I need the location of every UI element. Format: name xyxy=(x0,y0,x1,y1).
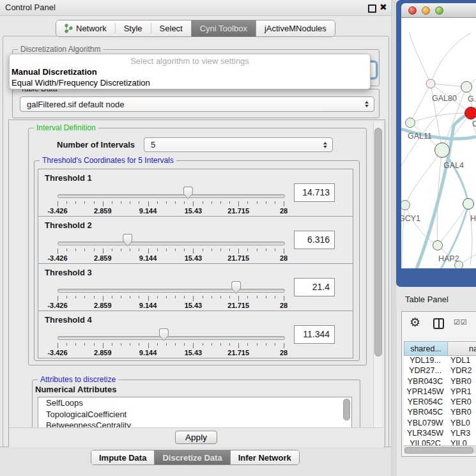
network-node-H[interactable] xyxy=(463,199,474,210)
close-icon[interactable]: ✖ xyxy=(380,2,387,12)
table-row[interactable]: YBR045CYBR0 xyxy=(404,408,476,418)
network-node-HAP2[interactable] xyxy=(433,241,443,250)
network-node-GCY1[interactable] xyxy=(401,201,410,210)
table-cell[interactable]: YBR045C xyxy=(404,408,447,417)
algorithm-dropdown-popup: Select algorithm to view settings Manual… xyxy=(9,54,371,89)
network-edge xyxy=(431,33,470,84)
table-cell[interactable]: YPR145W xyxy=(404,387,447,396)
threshold-value-field[interactable]: 14.713 xyxy=(294,183,335,202)
network-window-titlebar[interactable] xyxy=(401,3,476,18)
table-cell[interactable]: YLR345W xyxy=(404,429,447,438)
table-data-select[interactable]: galFiltered.sif default node xyxy=(20,96,374,112)
slider-tick xyxy=(220,296,221,298)
threshold-value-field[interactable]: 11.344 xyxy=(294,325,335,344)
tab-impute-data[interactable]: Impute Data xyxy=(91,450,154,464)
table-cell[interactable]: YBL079W xyxy=(404,418,447,427)
slider-tick xyxy=(266,296,266,298)
table-cell[interactable]: YBR0 xyxy=(450,408,472,417)
network-node-C[interactable] xyxy=(465,107,476,119)
network-edge xyxy=(410,84,431,123)
column-header-shared[interactable]: shared... xyxy=(404,341,448,356)
tab-label: Select xyxy=(160,24,183,33)
slider-track[interactable] xyxy=(58,242,285,245)
slider-track[interactable] xyxy=(58,336,285,340)
slider-tick xyxy=(247,249,248,251)
table-row[interactable]: YLR345WYLR3 xyxy=(404,429,476,439)
table-cell[interactable]: YDL1 xyxy=(450,356,470,365)
select-columns-checkboxes-icon[interactable]: ☑☑ xyxy=(454,318,468,326)
network-node-GAL4[interactable] xyxy=(435,143,450,158)
table-cell[interactable]: YDR27... xyxy=(404,366,447,375)
slider-tick xyxy=(157,201,158,204)
scrollbar-thumb[interactable] xyxy=(374,128,382,357)
horizontal-scrollbar-track[interactable] xyxy=(404,445,476,454)
zoom-traffic-light-icon[interactable] xyxy=(435,6,443,15)
column-header-name[interactable]: na xyxy=(447,341,476,356)
numerical-attribute-item[interactable]: SelfLoops xyxy=(38,397,351,409)
threshold-label: Threshold 2 xyxy=(45,220,92,230)
slider-tick xyxy=(211,296,212,298)
numerical-attribute-item[interactable]: TopologicalCoefficient xyxy=(38,409,351,420)
network-node-GAL80[interactable] xyxy=(426,79,435,88)
table-cell[interactable]: YLR3 xyxy=(450,429,470,438)
table-row[interactable]: YPR145WYPR1 xyxy=(404,387,476,397)
apply-button[interactable]: Apply xyxy=(175,431,217,444)
column-layout-icon[interactable] xyxy=(433,318,444,329)
slider-tick xyxy=(130,201,130,204)
table-row[interactable]: YER054CYER0 xyxy=(404,397,476,408)
tab-discretize-data[interactable]: Discretize Data xyxy=(154,450,229,464)
threshold-rows: Threshold 1-3.4262.8599.14415.4321.71528… xyxy=(38,169,353,358)
numerical-attributes-list[interactable]: SelfLoopsTopologicalCoefficientBetweenne… xyxy=(38,397,352,429)
table-row[interactable]: YBR043CYBR0 xyxy=(404,377,476,387)
table-row[interactable]: YBL079WYBL0 xyxy=(404,418,476,429)
slider-tick xyxy=(103,201,104,206)
threshold-row: Threshold 3-3.4262.8599.14415.4321.71528… xyxy=(38,263,353,311)
node-label: GCY1 xyxy=(401,214,420,223)
float-window-icon[interactable] xyxy=(368,4,376,13)
tab-network[interactable]: Network xyxy=(56,20,115,36)
minimize-traffic-light-icon[interactable] xyxy=(422,6,430,15)
slider-tick xyxy=(66,201,67,204)
slider-tick-label: 9.144 xyxy=(139,349,157,357)
close-traffic-light-icon[interactable] xyxy=(408,6,417,15)
algorithm-option[interactable]: Manual Discretization xyxy=(10,66,370,77)
table-row[interactable]: YDR27...YDR2 xyxy=(404,366,476,376)
slider-tick-label: 28 xyxy=(280,254,288,262)
group-title: Attributes to discretize xyxy=(38,375,118,384)
table-cell[interactable]: YBR0 xyxy=(450,377,472,386)
threshold-value-field[interactable]: 21.4 xyxy=(294,278,335,296)
tab-jactivemnodules[interactable]: jActiveMNodules xyxy=(256,20,335,36)
table-cell[interactable]: YDR2 xyxy=(450,366,472,375)
network-node-GAL11[interactable] xyxy=(406,118,415,128)
tab-infer-network[interactable]: Infer Network xyxy=(230,450,299,464)
settings-gear-icon[interactable]: ⚙ xyxy=(410,315,420,329)
network-node-unnamed[interactable] xyxy=(455,261,463,269)
horizontal-scrollbar-thumb[interactable] xyxy=(404,447,473,454)
slider-tick xyxy=(203,296,203,298)
scrollbar-track[interactable] xyxy=(373,122,382,444)
slider-track[interactable] xyxy=(58,194,285,198)
threshold-value-field[interactable]: 6.316 xyxy=(294,231,335,249)
list-scrollbar-thumb[interactable] xyxy=(343,399,350,420)
slider-tick xyxy=(220,343,221,346)
network-node-G.[interactable] xyxy=(461,82,472,93)
table-cell[interactable]: YPR1 xyxy=(450,387,472,396)
slider-tick xyxy=(257,201,257,204)
slider-track[interactable] xyxy=(58,289,285,293)
tab-style[interactable]: Style xyxy=(116,20,151,36)
table-row[interactable]: YDL19...YDL1 xyxy=(404,356,476,366)
tab-cyni-toolbox[interactable]: Cyni Toolbox xyxy=(191,20,256,36)
algorithm-option[interactable]: Equal Width/Frequency Discretization xyxy=(10,77,370,88)
number-of-intervals-select[interactable]: 5 xyxy=(144,137,333,152)
network-canvas[interactable]: GAL80G.CGAL11GAL4GCY1HHAP2 xyxy=(401,18,476,268)
slider-tick-label: -3.426 xyxy=(47,254,67,262)
table-cell[interactable]: YBR043C xyxy=(404,377,447,386)
table-cell[interactable]: YER0 xyxy=(450,397,472,406)
slider-tick xyxy=(238,249,239,254)
table-cell[interactable]: YDL19... xyxy=(404,356,447,365)
cyni-mode-tab-bar: Impute Data Discretize Data Infer Networ… xyxy=(91,450,300,465)
table-cell[interactable]: YBL0 xyxy=(450,418,470,427)
table-cell[interactable]: YER054C xyxy=(404,397,447,406)
tab-select[interactable]: Select xyxy=(151,20,191,36)
network-icon xyxy=(65,24,73,33)
